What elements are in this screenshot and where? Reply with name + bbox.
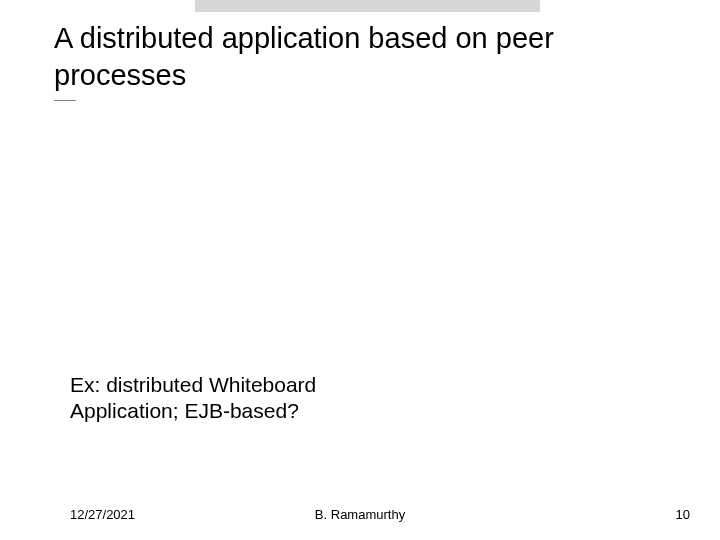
title-underline [54, 100, 76, 101]
footer-author: B. Ramamurthy [0, 507, 720, 522]
footer-page-number: 10 [676, 507, 690, 522]
example-text: Ex: distributed Whiteboard Application; … [70, 372, 350, 423]
content-placeholder-grid [88, 112, 688, 352]
footer: 12/27/2021 B. Ramamurthy 10 [0, 502, 720, 522]
slide: A distributed application based on peer … [0, 0, 720, 540]
top-accent-bar [195, 0, 540, 12]
slide-title: A distributed application based on peer … [54, 20, 654, 94]
